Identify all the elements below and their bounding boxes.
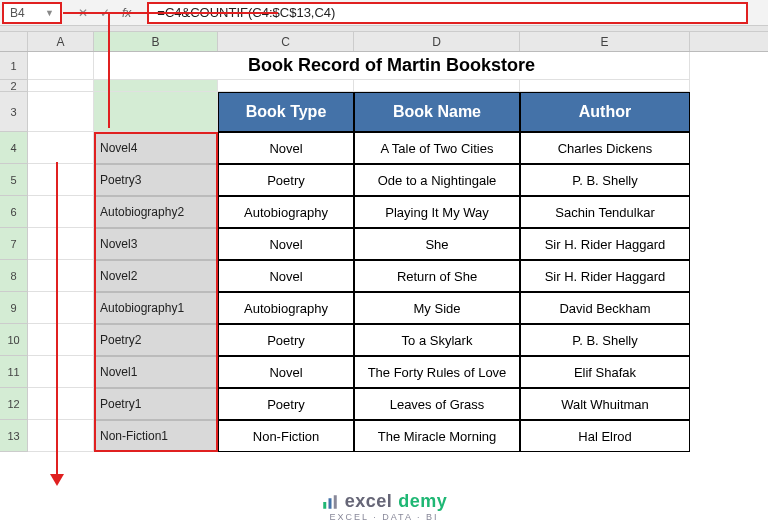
- table-row: 4Novel4NovelA Tale of Two CitiesCharles …: [0, 132, 768, 164]
- cell-booktype[interactable]: Poetry: [218, 324, 354, 356]
- table-header[interactable]: Book Type: [218, 92, 354, 132]
- row-header[interactable]: 6: [0, 196, 28, 228]
- cell[interactable]: [520, 80, 690, 92]
- row-header[interactable]: 2: [0, 80, 28, 92]
- cell-helper[interactable]: Autobiography2: [94, 196, 218, 228]
- logo-tagline: EXCEL · DATA · BI: [0, 512, 768, 522]
- cell-helper[interactable]: Novel1: [94, 356, 218, 388]
- row-header[interactable]: 9: [0, 292, 28, 324]
- row-header[interactable]: 12: [0, 388, 28, 420]
- cell-helper[interactable]: Autobiography1: [94, 292, 218, 324]
- cell[interactable]: [28, 132, 94, 164]
- cell[interactable]: [28, 164, 94, 196]
- table-row: 13Non-Fiction1Non-FictionThe Miracle Mor…: [0, 420, 768, 452]
- cell-booktype[interactable]: Novel: [218, 356, 354, 388]
- chart-icon: [321, 493, 339, 511]
- row-header[interactable]: 13: [0, 420, 28, 452]
- cell[interactable]: [94, 92, 218, 132]
- row-header[interactable]: 11: [0, 356, 28, 388]
- cell[interactable]: [28, 420, 94, 452]
- cell-bookname[interactable]: A Tale of Two Cities: [354, 132, 520, 164]
- cell-booktype[interactable]: Autobiography: [218, 292, 354, 324]
- cell[interactable]: [218, 80, 354, 92]
- cell[interactable]: [28, 80, 94, 92]
- column-header[interactable]: B: [94, 32, 218, 51]
- cell-booktype[interactable]: Novel: [218, 132, 354, 164]
- cell[interactable]: [28, 292, 94, 324]
- table-header[interactable]: Author: [520, 92, 690, 132]
- row-header[interactable]: 3: [0, 92, 28, 132]
- cell-helper[interactable]: Novel4: [94, 132, 218, 164]
- header-label: Book Type: [246, 103, 327, 121]
- cell-helper[interactable]: Poetry1: [94, 388, 218, 420]
- table-row: 12Poetry1PoetryLeaves of GrassWalt Whuit…: [0, 388, 768, 420]
- name-box[interactable]: B4 ▼: [2, 2, 62, 24]
- select-all-corner[interactable]: [0, 32, 28, 51]
- header-label: Author: [579, 103, 631, 121]
- cell[interactable]: [28, 324, 94, 356]
- cell[interactable]: [28, 388, 94, 420]
- column-header[interactable]: C: [218, 32, 354, 51]
- cell-author[interactable]: Sachin Tendulkar: [520, 196, 690, 228]
- cell[interactable]: [28, 92, 94, 132]
- svg-rect-2: [333, 495, 336, 509]
- table-header[interactable]: Book Name: [354, 92, 520, 132]
- cell-bookname[interactable]: Ode to a Nightingale: [354, 164, 520, 196]
- cell-booktype[interactable]: Non-Fiction: [218, 420, 354, 452]
- grid-row: 3 Book Type Book Name Author: [0, 92, 768, 132]
- cell[interactable]: [28, 356, 94, 388]
- cell-booktype[interactable]: Novel: [218, 260, 354, 292]
- cell-bookname[interactable]: Leaves of Grass: [354, 388, 520, 420]
- cell[interactable]: [28, 260, 94, 292]
- cell-helper[interactable]: Non-Fiction1: [94, 420, 218, 452]
- cell-bookname[interactable]: To a Skylark: [354, 324, 520, 356]
- arrow-down-icon: [56, 162, 58, 476]
- cell-booktype[interactable]: Poetry: [218, 388, 354, 420]
- cell-booktype[interactable]: Autobiography: [218, 196, 354, 228]
- name-box-value: B4: [10, 6, 25, 20]
- column-header[interactable]: D: [354, 32, 520, 51]
- cell[interactable]: [28, 52, 94, 80]
- cell-author[interactable]: Sir H. Rider Haggard: [520, 228, 690, 260]
- cell[interactable]: [28, 196, 94, 228]
- chevron-down-icon[interactable]: ▼: [45, 8, 54, 18]
- title-cell[interactable]: Book Record of Martin Bookstore: [94, 52, 690, 80]
- row-header[interactable]: 10: [0, 324, 28, 356]
- cell[interactable]: [94, 80, 218, 92]
- row-header[interactable]: 8: [0, 260, 28, 292]
- cell-helper[interactable]: Poetry3: [94, 164, 218, 196]
- table-row: 7Novel3NovelSheSir H. Rider Haggard: [0, 228, 768, 260]
- cell-author[interactable]: Hal Elrod: [520, 420, 690, 452]
- cell[interactable]: [354, 80, 520, 92]
- cell-helper[interactable]: Novel2: [94, 260, 218, 292]
- cell-booktype[interactable]: Novel: [218, 228, 354, 260]
- cell-author[interactable]: Walt Whuitman: [520, 388, 690, 420]
- row-header[interactable]: 1: [0, 52, 28, 80]
- table-row: 10Poetry2PoetryTo a SkylarkP. B. Shelly: [0, 324, 768, 356]
- row-header[interactable]: 5: [0, 164, 28, 196]
- cell-helper[interactable]: Poetry2: [94, 324, 218, 356]
- cell-bookname[interactable]: Return of She: [354, 260, 520, 292]
- logo: exceldemy: [0, 491, 768, 512]
- cell-author[interactable]: Charles Dickens: [520, 132, 690, 164]
- spreadsheet: A B C D E 1 Book Record of Martin Bookst…: [0, 32, 768, 452]
- logo-text-2: demy: [398, 491, 447, 512]
- cell-author[interactable]: David Beckham: [520, 292, 690, 324]
- cell-bookname[interactable]: The Forty Rules of Love: [354, 356, 520, 388]
- cell-bookname[interactable]: She: [354, 228, 520, 260]
- row-header[interactable]: 7: [0, 228, 28, 260]
- row-header[interactable]: 4: [0, 132, 28, 164]
- cell-author[interactable]: Sir H. Rider Haggard: [520, 260, 690, 292]
- cell-bookname[interactable]: Playing It My Way: [354, 196, 520, 228]
- cell-helper[interactable]: Novel3: [94, 228, 218, 260]
- page-title: Book Record of Martin Bookstore: [248, 55, 535, 76]
- cell-author[interactable]: Elif Shafak: [520, 356, 690, 388]
- cell-bookname[interactable]: The Miracle Morning: [354, 420, 520, 452]
- column-header[interactable]: A: [28, 32, 94, 51]
- cell-bookname[interactable]: My Side: [354, 292, 520, 324]
- cell[interactable]: [28, 228, 94, 260]
- cell-author[interactable]: P. B. Shelly: [520, 164, 690, 196]
- cell-booktype[interactable]: Poetry: [218, 164, 354, 196]
- column-header[interactable]: E: [520, 32, 690, 51]
- cell-author[interactable]: P. B. Shelly: [520, 324, 690, 356]
